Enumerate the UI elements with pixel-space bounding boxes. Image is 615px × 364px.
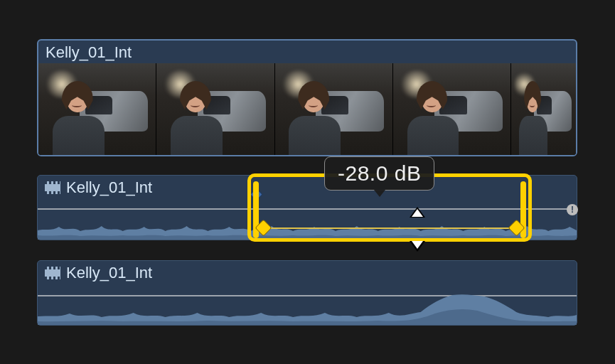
audio-clip-1[interactable]: Kelly_01_Int !	[37, 175, 577, 240]
thumbnail	[38, 63, 156, 156]
alert-icon: !	[567, 204, 578, 215]
volume-adjust-down-icon[interactable]	[412, 241, 423, 249]
film-icon	[45, 267, 60, 279]
timeline-canvas: Kelly_01_Int	[0, 0, 615, 364]
audio-clip-title: Kelly_01_Int	[66, 178, 152, 197]
thumbnail	[275, 63, 392, 156]
volume-tooltip: -28.0 dB	[324, 156, 434, 191]
thumbnail	[511, 63, 576, 156]
audio-clip-header: Kelly_01_Int	[38, 261, 577, 282]
segment-volume-line[interactable]	[257, 228, 522, 229]
waveform	[38, 198, 577, 240]
film-icon	[45, 181, 60, 194]
waveform	[38, 284, 577, 325]
volume-adjust-up-icon[interactable]	[412, 209, 423, 217]
video-clip[interactable]: Kelly_01_Int	[37, 39, 577, 156]
video-filmstrip	[38, 63, 576, 156]
thumbnail	[393, 63, 510, 156]
thumbnail	[156, 63, 274, 156]
audio-clip-header: Kelly_01_Int	[38, 176, 577, 197]
audio-clip-title: Kelly_01_Int	[66, 264, 152, 282]
audio-clip-2[interactable]: Kelly_01_Int	[37, 260, 577, 326]
video-clip-title: Kelly_01_Int	[38, 41, 576, 63]
